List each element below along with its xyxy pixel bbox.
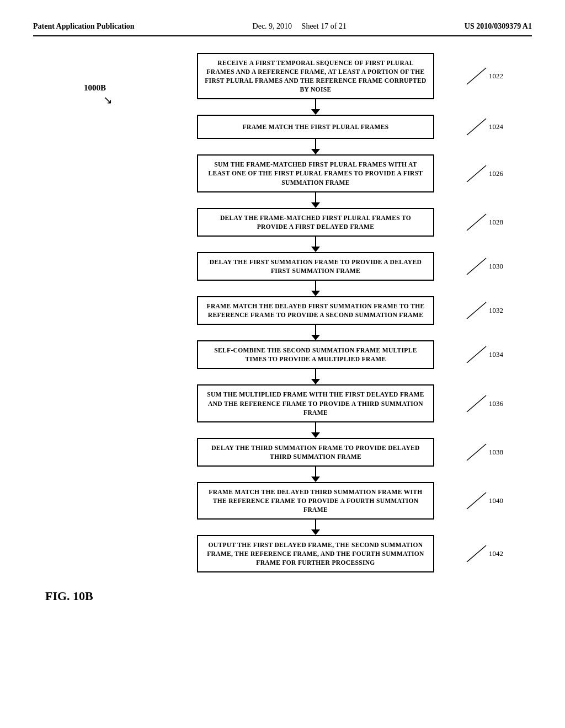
step-label-1030: 1030 xyxy=(467,258,503,275)
page-header: Patent Application Publication Dec. 9, 2… xyxy=(33,22,532,36)
fig-label: FIG. 10B xyxy=(45,589,93,603)
sheet-info: Sheet 17 of 21 xyxy=(302,22,347,30)
step-box-1028: DELAY THE FRAME-MATCHED FIRST PLURAL FRA… xyxy=(197,208,434,237)
svg-line-1 xyxy=(467,119,486,135)
step-row-1024: FRAME MATCH THE FIRST PLURAL FRAMES 1024 xyxy=(167,115,465,139)
step-row-1028: DELAY THE FRAME-MATCHED FIRST PLURAL FRA… xyxy=(167,208,465,237)
arrow-8 xyxy=(311,422,320,438)
page: Patent Application Publication Dec. 9, 2… xyxy=(0,0,565,728)
step-row-1026: SUM THE FRAME-MATCHED FIRST PLURAL FRAME… xyxy=(167,154,465,192)
step-box-1024: FRAME MATCH THE FIRST PLURAL FRAMES xyxy=(197,115,434,139)
step-label-1038: 1038 xyxy=(467,444,503,461)
arrow-7 xyxy=(311,369,320,384)
step-row-1032: FRAME MATCH THE DELAYED FIRST SUMMATION … xyxy=(167,296,465,325)
step-box-1042: OUTPUT THE FIRST DELAYED FRAME, THE SECO… xyxy=(197,535,434,572)
svg-line-7 xyxy=(467,395,486,412)
svg-line-0 xyxy=(467,68,486,84)
step-label-1034: 1034 xyxy=(467,346,503,363)
step-row-1040: FRAME MATCH THE DELAYED THIRD SUMMATION … xyxy=(167,482,465,520)
header-left: Patent Application Publication xyxy=(33,22,135,31)
svg-line-8 xyxy=(467,444,486,461)
step-label-1028: 1028 xyxy=(467,214,503,231)
arrow-9 xyxy=(311,467,320,482)
arrow-6 xyxy=(311,325,320,340)
svg-line-10 xyxy=(467,545,486,562)
step-box-1026: SUM THE FRAME-MATCHED FIRST PLURAL FRAME… xyxy=(197,154,434,192)
step-label-1032: 1032 xyxy=(467,302,503,319)
diagram-area: 1000B ↘ RECEIVE A FIRST TEMPORAL SEQUENC… xyxy=(33,53,532,589)
svg-line-9 xyxy=(467,493,486,509)
step-box-1032: FRAME MATCH THE DELAYED FIRST SUMMATION … xyxy=(197,296,434,325)
arrow-10 xyxy=(311,520,320,535)
step-box-1040: FRAME MATCH THE DELAYED THIRD SUMMATION … xyxy=(197,482,434,520)
step-label-1024: 1024 xyxy=(467,119,503,135)
svg-line-4 xyxy=(467,258,486,275)
step-box-1036: SUM THE MULTIPLIED FRAME WITH THE FIRST … xyxy=(197,384,434,422)
step-label-1026: 1026 xyxy=(467,165,503,182)
step-box-1022: RECEIVE A FIRST TEMPORAL SEQUENCE OF FIR… xyxy=(197,53,434,99)
step-row-1030: DELAY THE FIRST SUMMATION FRAME TO PROVI… xyxy=(167,252,465,281)
header-center: Dec. 9, 2010 Sheet 17 of 21 xyxy=(253,22,347,31)
svg-line-3 xyxy=(467,214,486,231)
flow-chart: RECEIVE A FIRST TEMPORAL SEQUENCE OF FIR… xyxy=(167,53,465,572)
publication-date: Dec. 9, 2010 xyxy=(253,22,292,30)
svg-line-2 xyxy=(467,165,486,182)
arrow-1 xyxy=(311,99,320,115)
svg-line-6 xyxy=(467,346,486,363)
step-label-1040: 1040 xyxy=(467,493,503,509)
step-box-1030: DELAY THE FIRST SUMMATION FRAME TO PROVI… xyxy=(197,252,434,281)
step-box-1038: DELAY THE THIRD SUMMATION FRAME TO PROVI… xyxy=(197,438,434,467)
step-label-1042: 1042 xyxy=(467,545,503,562)
diagram-arrow: ↘ xyxy=(103,93,113,106)
step-row-1022: RECEIVE A FIRST TEMPORAL SEQUENCE OF FIR… xyxy=(167,53,465,99)
svg-line-5 xyxy=(467,302,486,319)
header-right: US 2010/0309379 A1 xyxy=(465,22,532,31)
arrow-5 xyxy=(311,281,320,296)
step-label-1022: 1022 xyxy=(467,68,503,84)
step-row-1042: OUTPUT THE FIRST DELAYED FRAME, THE SECO… xyxy=(167,535,465,572)
diagram-label: 1000B xyxy=(84,83,106,93)
step-row-1034: SELF-COMBINE THE SECOND SUMMATION FRAME … xyxy=(167,340,465,369)
step-box-1034: SELF-COMBINE THE SECOND SUMMATION FRAME … xyxy=(197,340,434,369)
step-label-1036: 1036 xyxy=(467,395,503,412)
arrow-3 xyxy=(311,192,320,208)
arrow-4 xyxy=(311,237,320,252)
step-row-1038: DELAY THE THIRD SUMMATION FRAME TO PROVI… xyxy=(167,438,465,467)
arrow-2 xyxy=(311,139,320,154)
step-row-1036: SUM THE MULTIPLIED FRAME WITH THE FIRST … xyxy=(167,384,465,422)
